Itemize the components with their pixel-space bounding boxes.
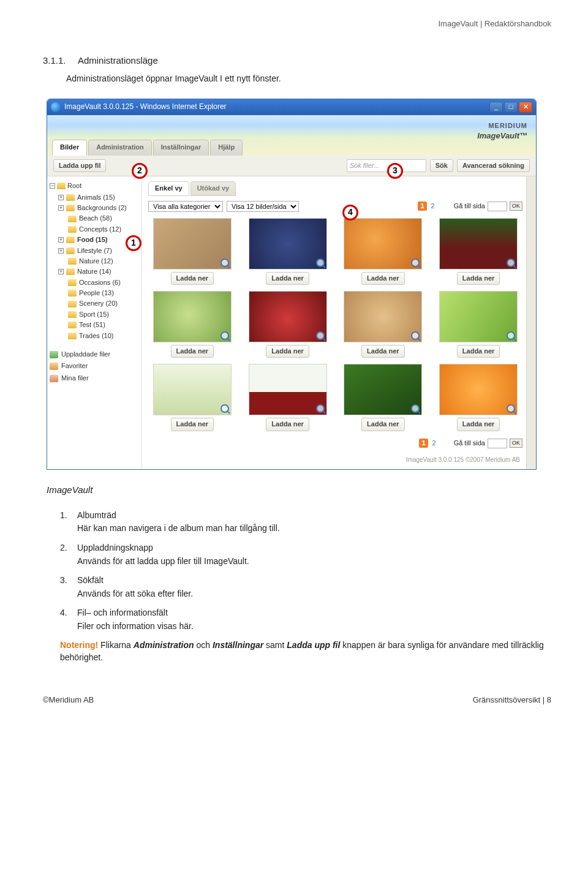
upload-button[interactable]: Ladda upp fil [53, 159, 106, 172]
zoom-icon[interactable] [411, 258, 420, 267]
tree-label: Beach (58) [79, 214, 112, 223]
expand-icon[interactable]: + [58, 205, 64, 211]
tab-bilder[interactable]: Bilder [52, 140, 87, 155]
download-button[interactable]: Ladda ner [171, 418, 214, 431]
legend-item: 3.Sökfält Används för att söka efter fil… [60, 575, 551, 600]
perpage-select[interactable]: Visa 12 bilder/sida [227, 201, 299, 212]
zoom-icon[interactable] [507, 258, 515, 267]
minimize-button[interactable]: _ [489, 102, 503, 113]
tree-item[interactable]: +Nature (14) [58, 266, 139, 277]
zoom-icon[interactable] [411, 331, 420, 340]
page-link[interactable]: 2 [431, 439, 438, 448]
tree-item[interactable]: People (13) [58, 288, 139, 298]
tree-item[interactable]: +Backgrounds (2) [58, 203, 139, 213]
thumbnail[interactable] [249, 364, 327, 415]
thumb-card: Ladda ner [434, 364, 522, 431]
expand-icon[interactable]: + [58, 269, 64, 274]
tree-item[interactable]: +Animals (15) [58, 192, 139, 203]
note-em: Administration [134, 640, 194, 650]
search-input[interactable]: Sök filer... [347, 159, 426, 172]
goto-ok-button[interactable]: OK [510, 439, 522, 448]
tree-item[interactable]: Sport (15) [58, 309, 139, 320]
collapse-icon[interactable]: − [50, 183, 55, 189]
uploaded-icon [50, 351, 58, 358]
download-button[interactable]: Ladda ner [457, 345, 500, 358]
folder-icon [68, 279, 77, 286]
goto-input[interactable] [488, 202, 507, 211]
tree-label: Occasions (6) [79, 278, 121, 287]
close-button[interactable]: ✕ [519, 102, 532, 113]
download-button[interactable]: Ladda ner [361, 345, 405, 358]
tab-administration[interactable]: Administration [88, 140, 152, 155]
subtab-extended[interactable]: Utökad vy [190, 181, 236, 195]
download-button[interactable]: Ladda ner [266, 345, 309, 358]
maximize-button[interactable]: □ [504, 102, 518, 113]
search-button[interactable]: Sök [430, 159, 453, 172]
download-button[interactable]: Ladda ner [171, 272, 214, 285]
thumbnail[interactable] [439, 291, 518, 342]
page-current: 1 [418, 202, 426, 211]
expand-icon[interactable]: + [58, 248, 64, 254]
thumbnail[interactable] [153, 364, 232, 415]
zoom-icon[interactable] [316, 258, 325, 267]
zoom-icon[interactable] [411, 404, 420, 413]
goto-ok-button[interactable]: OK [510, 202, 522, 211]
zoom-icon[interactable] [221, 258, 229, 267]
page-link[interactable]: 2 [429, 202, 437, 211]
note-label: Notering! [60, 640, 98, 650]
folder-icon [68, 226, 77, 233]
tree-item[interactable]: Concepts (12) [58, 224, 139, 235]
subtab-simple[interactable]: Enkel vy [148, 181, 189, 195]
tab-hjalp[interactable]: Hjälp [210, 140, 243, 155]
thumbnail[interactable] [153, 218, 232, 270]
quicklink-myfiles[interactable]: Mina filer [50, 372, 139, 384]
tree-label: Nature (14) [77, 267, 111, 276]
quicklink-favorites[interactable]: Favoriter [50, 360, 139, 372]
thumbnail[interactable] [439, 364, 518, 415]
expand-icon[interactable]: + [58, 237, 64, 243]
app-window: 2 3 4 1 ImageVault 3.0.0.125 - Windows I… [47, 99, 537, 470]
download-button[interactable]: Ladda ner [457, 272, 500, 285]
tree-item[interactable]: Nature (12) [58, 256, 139, 266]
download-button[interactable]: Ladda ner [457, 418, 500, 431]
legend-title: Albumträd [77, 510, 116, 520]
download-button[interactable]: Ladda ner [266, 272, 309, 285]
download-button[interactable]: Ladda ner [171, 345, 214, 358]
tab-installningar[interactable]: Inställningar [153, 140, 209, 155]
download-button[interactable]: Ladda ner [361, 418, 405, 431]
thumbnail[interactable] [439, 218, 518, 270]
thumbnail[interactable] [344, 364, 422, 415]
thumbnail[interactable] [344, 218, 422, 270]
quicklink-uploaded[interactable]: Uppladdade filer [50, 349, 139, 360]
tree-root[interactable]: − Root [50, 181, 139, 190]
tree-item[interactable]: Occasions (6) [58, 277, 139, 288]
zoom-icon[interactable] [316, 404, 325, 413]
zoom-icon[interactable] [221, 404, 229, 413]
thumbnail[interactable] [249, 218, 327, 270]
thumbnail[interactable] [153, 291, 232, 342]
thumbnail[interactable] [344, 291, 422, 342]
zoom-icon[interactable] [507, 404, 515, 413]
footer-left: ©Meridium AB [43, 695, 94, 706]
tree-item[interactable]: Beach (58) [58, 213, 139, 224]
zoom-icon[interactable] [316, 331, 325, 340]
note-text: och [194, 640, 213, 650]
tree-item[interactable]: Test (51) [58, 320, 139, 330]
section-number: 3.1.1. [43, 55, 66, 66]
scrollbar[interactable] [526, 176, 536, 469]
callout-4: 4 [342, 205, 358, 221]
download-button[interactable]: Ladda ner [266, 418, 309, 431]
tree-item[interactable]: Scenery (20) [58, 298, 139, 309]
tree-item[interactable]: Trades (10) [58, 331, 139, 341]
tree-label: Scenery (20) [79, 299, 118, 308]
advanced-search-button[interactable]: Avancerad sökning [457, 159, 530, 172]
zoom-icon[interactable] [507, 331, 515, 340]
legend-desc: Här kan man navigera i de album man har … [77, 522, 551, 535]
zoom-icon[interactable] [221, 331, 229, 340]
goto-input[interactable] [488, 439, 507, 448]
category-select[interactable]: Visa alla kategorier [148, 201, 223, 212]
tree-label: Trades (10) [79, 331, 113, 341]
thumbnail[interactable] [249, 291, 327, 342]
download-button[interactable]: Ladda ner [361, 272, 405, 285]
expand-icon[interactable]: + [58, 195, 64, 200]
